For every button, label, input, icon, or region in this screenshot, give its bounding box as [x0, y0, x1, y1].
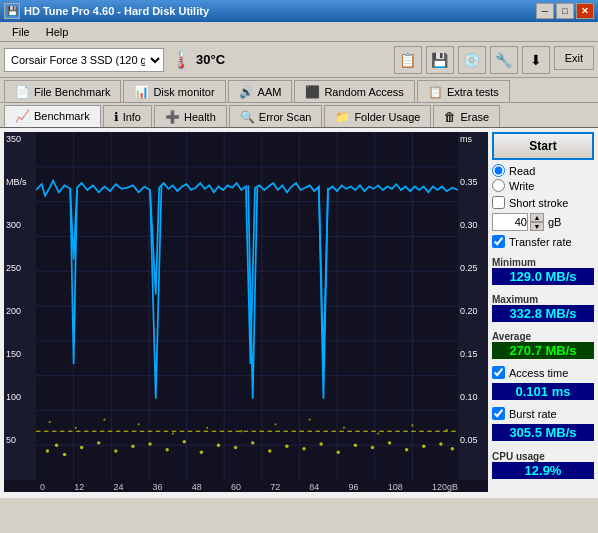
average-value: 270.7 MB/s: [492, 342, 594, 359]
minimum-label: Minimum: [492, 257, 594, 268]
extra-tests-icon: 📋: [428, 85, 443, 99]
burst-rate-option[interactable]: Burst rate: [492, 407, 594, 420]
tab-random-access[interactable]: ⬛ Random Access: [294, 80, 414, 102]
tab-file-benchmark[interactable]: 📄 File Benchmark: [4, 80, 121, 102]
minimum-value: 129.0 MB/s: [492, 268, 594, 285]
x-axis: 0 12 24 36 48 60 72 84 96 108 120gB: [4, 480, 488, 492]
top-tab-bar: 📄 File Benchmark 📊 Disk monitor 🔊 AAM ⬛ …: [0, 78, 598, 103]
menu-bar: File Help: [0, 22, 598, 42]
access-time-option[interactable]: Access time: [492, 366, 594, 379]
tab-benchmark[interactable]: 📈 Benchmark: [4, 105, 101, 127]
svg-point-50: [172, 432, 174, 434]
tab-info[interactable]: ℹ Info: [103, 105, 152, 127]
svg-point-29: [183, 440, 186, 443]
svg-point-46: [49, 421, 51, 423]
access-time-checkbox[interactable]: [492, 366, 505, 379]
svg-point-28: [165, 448, 168, 451]
error-scan-icon: 🔍: [240, 110, 255, 124]
toolbar: Corsair Force 3 SSD (120 gB) 🌡️ 30°C 📋 💾…: [0, 42, 598, 78]
svg-point-40: [371, 446, 374, 449]
tab-error-scan[interactable]: 🔍 Error Scan: [229, 105, 323, 127]
write-option[interactable]: Write: [492, 179, 594, 192]
minimize-button[interactable]: ─: [536, 3, 554, 19]
read-option[interactable]: Read: [492, 164, 594, 177]
cpu-usage-label: CPU usage: [492, 451, 594, 462]
drive-select[interactable]: Corsair Force 3 SSD (120 gB): [4, 48, 164, 72]
toolbar-btn-5[interactable]: ⬇: [522, 46, 550, 74]
spinner-buttons: ▲ ▼: [530, 213, 544, 231]
spinner-input[interactable]: [492, 213, 528, 231]
short-stroke-checkbox[interactable]: [492, 196, 505, 209]
read-radio[interactable]: [492, 164, 505, 177]
maximize-button[interactable]: □: [556, 3, 574, 19]
svg-point-37: [319, 442, 322, 445]
window-title: HD Tune Pro 4.60 - Hard Disk Utility: [24, 5, 536, 17]
menu-help[interactable]: Help: [38, 24, 77, 40]
svg-point-54: [309, 419, 311, 421]
burst-rate-checkbox[interactable]: [492, 407, 505, 420]
svg-point-22: [63, 453, 66, 456]
main-content: 350 MB/s 300 250 200 150 100 50: [0, 128, 598, 498]
svg-point-45: [451, 447, 454, 450]
svg-point-47: [75, 427, 77, 429]
temperature-value: 30°C: [196, 52, 225, 67]
svg-point-48: [103, 419, 105, 421]
svg-point-56: [377, 432, 379, 434]
transfer-rate-label: Transfer rate: [509, 236, 572, 248]
access-time-value: 0.101 ms: [492, 383, 594, 400]
access-time-label: Access time: [509, 367, 568, 379]
svg-point-26: [131, 445, 134, 448]
short-stroke-option[interactable]: Short stroke: [492, 196, 594, 209]
y-300: 300: [6, 220, 34, 230]
title-bar: 💾 HD Tune Pro 4.60 - Hard Disk Utility ─…: [0, 0, 598, 22]
cpu-usage-value: 12.9%: [492, 462, 594, 479]
y-label-top: 350: [6, 134, 34, 144]
svg-point-27: [148, 442, 151, 445]
y-axis-left: 350 MB/s 300 250 200 150 100 50: [4, 132, 36, 480]
svg-point-31: [217, 443, 220, 446]
bottom-tab-bar: 📈 Benchmark ℹ Info ➕ Health 🔍 Error Scan…: [0, 103, 598, 128]
menu-file[interactable]: File: [4, 24, 38, 40]
toolbar-icons: 📋 💾 💿 🔧 ⬇ Exit: [394, 46, 594, 74]
close-button[interactable]: ✕: [576, 3, 594, 19]
tab-disk-monitor[interactable]: 📊 Disk monitor: [123, 80, 225, 102]
svg-point-23: [80, 446, 83, 449]
start-button[interactable]: Start: [492, 132, 594, 160]
svg-point-55: [343, 427, 345, 429]
svg-point-30: [200, 450, 203, 453]
svg-point-33: [251, 441, 254, 444]
short-stroke-label: Short stroke: [509, 197, 568, 209]
spinner-unit: gB: [548, 216, 561, 228]
benchmark-icon: 📈: [15, 109, 30, 123]
spinner-up[interactable]: ▲: [530, 213, 544, 222]
tab-erase[interactable]: 🗑 Erase: [433, 105, 500, 127]
tab-aam[interactable]: 🔊 AAM: [228, 80, 293, 102]
svg-point-34: [268, 449, 271, 452]
svg-point-53: [274, 423, 276, 425]
exit-button[interactable]: Exit: [554, 46, 594, 70]
average-section: Average 270.7 MB/s: [492, 328, 594, 359]
maximum-label: Maximum: [492, 294, 594, 305]
toolbar-btn-2[interactable]: 💾: [426, 46, 454, 74]
file-benchmark-icon: 📄: [15, 85, 30, 99]
tab-extra-tests[interactable]: 📋 Extra tests: [417, 80, 510, 102]
spinner-group: ▲ ▼ gB: [492, 213, 594, 231]
app-icon: 💾: [4, 3, 20, 19]
tab-health[interactable]: ➕ Health: [154, 105, 227, 127]
svg-point-20: [46, 449, 49, 452]
toolbar-btn-3[interactable]: 💿: [458, 46, 486, 74]
spinner-down[interactable]: ▼: [530, 222, 544, 231]
toolbar-btn-4[interactable]: 🔧: [490, 46, 518, 74]
transfer-rate-option[interactable]: Transfer rate: [492, 235, 594, 248]
write-label: Write: [509, 180, 534, 192]
tab-folder-usage[interactable]: 📁 Folder Usage: [324, 105, 431, 127]
toolbar-btn-1[interactable]: 📋: [394, 46, 422, 74]
transfer-rate-checkbox[interactable]: [492, 235, 505, 248]
y-label-left: MB/s: [6, 177, 34, 187]
disk-monitor-icon: 📊: [134, 85, 149, 99]
write-radio[interactable]: [492, 179, 505, 192]
read-write-group: Read Write: [492, 164, 594, 192]
svg-point-39: [354, 443, 357, 446]
svg-point-44: [439, 442, 442, 445]
svg-point-25: [114, 449, 117, 452]
